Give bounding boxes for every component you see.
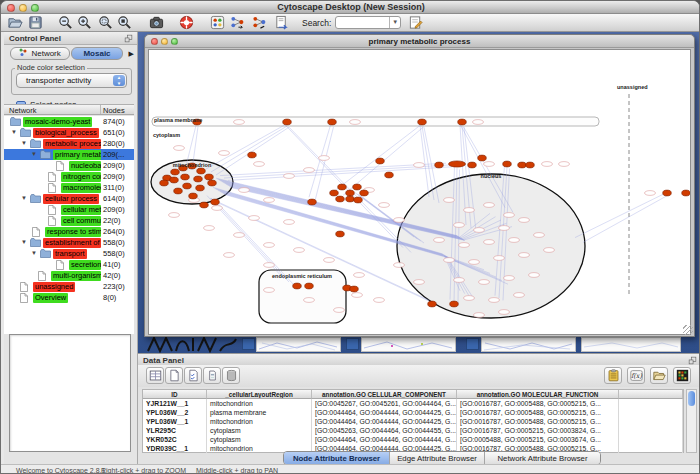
column-header-extra[interactable] xyxy=(619,390,683,399)
graph-node xyxy=(682,190,690,196)
table-row[interactable]: YPL036W__2plasma membrane[GO:0044464, GO… xyxy=(143,408,683,417)
tab-network-attribute-browser[interactable]: Network Attribute Browser xyxy=(485,452,600,464)
zoom-in-button[interactable] xyxy=(76,15,93,31)
table-row[interactable]: YPL036W__1mitochondrion[GO:0044464, GO:0… xyxy=(143,417,683,426)
save-session-button[interactable] xyxy=(27,15,44,31)
disclosure-triangle-icon[interactable]: ▼ xyxy=(21,237,27,248)
select-first-neighbors-button[interactable] xyxy=(229,15,246,31)
tree-row-biological-process[interactable]: ▼biological_process651(0) xyxy=(4,127,134,138)
tree-row-macromolecule[interactable]: macromolecule311(0) xyxy=(4,182,134,193)
column-header-_cellularLayoutRegion[interactable]: _cellularLayoutRegion xyxy=(207,390,312,399)
node-label-pill xyxy=(319,156,330,161)
disclosure-triangle-icon[interactable]: ▼ xyxy=(11,127,17,138)
column-header-annotation.GO CELLULAR_COMPONENT[interactable]: annotation.GO CELLULAR_COMPONENT xyxy=(312,390,457,399)
attribute-check-icon xyxy=(187,369,200,382)
attribute-table: ID_cellularLayoutRegionannotation.GO CEL… xyxy=(142,389,684,453)
tree-row-secretion[interactable]: secretion41(0) xyxy=(4,259,134,270)
disclosure-triangle-icon[interactable]: ▼ xyxy=(21,193,27,204)
column-header-annotation.GO MOLECULAR_FUNCTION[interactable]: annotation.GO MOLECULAR_FUNCTION xyxy=(457,390,619,399)
save-session-icon xyxy=(28,15,43,30)
background-window-thumbnail[interactable] xyxy=(361,337,456,352)
node-label-pill xyxy=(254,162,265,167)
attribute-select-button[interactable] xyxy=(146,367,164,384)
table-cell: [GO:0045263, GO:0044464, GO:0044455, G..… xyxy=(312,426,457,435)
birds-eye-view[interactable] xyxy=(9,334,131,452)
node-label-pill xyxy=(212,206,223,211)
tree-row-establishment-of-lo[interactable]: ▼establishment of lo558(0) xyxy=(4,237,134,248)
node-label-pill xyxy=(174,146,185,151)
tree-row-response-to-stimulu[interactable]: response to stimulu264(0) xyxy=(4,226,134,237)
notes-button[interactable] xyxy=(604,367,622,384)
tree-row-unassigned[interactable]: unassigned223(0) xyxy=(4,281,134,292)
disclosure-triangle-icon[interactable]: ▼ xyxy=(31,248,37,259)
table-cell xyxy=(619,417,683,426)
tab-overflow-arrow[interactable]: ▶ xyxy=(129,50,134,58)
node-label-pill xyxy=(479,280,490,285)
table-row[interactable]: YLR295Ccytoplasm[GO:0045263, GO:0044464,… xyxy=(143,426,683,435)
tree-row-multi-organism-pro[interactable]: multi-organism pro42(0) xyxy=(4,270,134,281)
attribute-check-button[interactable] xyxy=(184,367,202,384)
notes-icon xyxy=(607,369,620,382)
matrix-view-button[interactable] xyxy=(673,367,691,384)
tree-row-transport[interactable]: ▼transport558(0) xyxy=(4,248,134,259)
background-window-thumbnail[interactable] xyxy=(256,337,341,352)
column-header-ID[interactable]: ID xyxy=(143,390,207,399)
vizmapper-button[interactable] xyxy=(209,15,226,31)
annotation-button[interactable] xyxy=(407,15,424,31)
tree-row-mosaic-demo-yeast[interactable]: mosaic-demo-yeast874(0) xyxy=(4,116,134,127)
network-window-title: primary metabolic process xyxy=(145,37,694,46)
table-cell xyxy=(619,444,683,453)
node-color-dropdown[interactable]: transporter activity ▲▼ xyxy=(16,73,127,88)
tree-row-primary-metabolic[interactable]: ▼primary metabolic209(... xyxy=(4,149,134,160)
open-session-button[interactable] xyxy=(7,15,24,31)
graph-node xyxy=(418,119,427,125)
table-row[interactable]: YJR121W__1mitochondrion[GO:0045267, GO:0… xyxy=(143,399,683,408)
table-scrollbar[interactable] xyxy=(686,389,697,453)
resize-grip[interactable] xyxy=(683,325,693,335)
tree-row-cell-communicat[interactable]: cell communicat22(0) xyxy=(4,215,134,226)
tab-edge-attribute-browser[interactable]: Edge Attribute Browser xyxy=(390,452,485,464)
disclosure-triangle-icon[interactable]: ▼ xyxy=(31,149,37,160)
network-desktop: primary metabolic process plasma membran… xyxy=(138,32,700,353)
table-row[interactable]: YKR052Ccytoplasm[GO:0044464, GO:0044446,… xyxy=(143,435,683,444)
function-builder-button[interactable] xyxy=(627,367,645,384)
control-panel-header: Control Panel xyxy=(4,32,137,45)
scrollbar-thumb[interactable] xyxy=(688,391,695,406)
export-snapshot-button[interactable] xyxy=(148,15,165,31)
background-window-thumbnail[interactable] xyxy=(581,337,681,352)
tree-row-cellular-metabol[interactable]: cellular metabol209(0) xyxy=(4,204,134,215)
tree-row-nitrogen-compo[interactable]: nitrogen compo209(0) xyxy=(4,171,134,182)
zoom-out-button[interactable] xyxy=(57,15,74,31)
chevron-down-icon[interactable]: ▼ xyxy=(389,17,400,28)
window-titlebar[interactable]: Cytoscape Desktop (New Session) xyxy=(1,1,700,14)
tree-row-overview[interactable]: Overview8(0) xyxy=(4,292,134,303)
hide-selected-button[interactable] xyxy=(251,15,268,31)
network-canvas[interactable]: plasma membranecytoplasmunassignedmitoch… xyxy=(148,49,691,335)
attribute-delete-button[interactable] xyxy=(222,367,240,384)
tree-row-cellular-process[interactable]: ▼cellular process614(0) xyxy=(4,193,134,204)
tab-mosaic[interactable]: Mosaic xyxy=(71,47,123,60)
tree-row-nucleobase-[interactable]: nucleobase-209(0) xyxy=(4,160,134,171)
background-window-thumbnail[interactable] xyxy=(481,337,576,352)
zoom-selected-button[interactable] xyxy=(97,15,114,31)
attribute-compact-button[interactable] xyxy=(203,367,221,384)
import-attributes-button[interactable] xyxy=(650,367,668,384)
tree-row-metabolic-process[interactable]: ▼metabolic process280(0) xyxy=(4,138,134,149)
help-button[interactable] xyxy=(178,15,195,31)
graph-node xyxy=(211,199,220,205)
node-label-pill xyxy=(464,208,475,213)
disclosure-triangle-icon[interactable]: ▼ xyxy=(21,138,27,149)
zoom-fit-button[interactable] xyxy=(116,15,133,31)
tab-node-attribute-browser[interactable]: Node Attribute Browser xyxy=(284,452,390,464)
tree-item-count: 874(0) xyxy=(103,116,125,127)
table-cell: YPL036W__2 xyxy=(143,408,207,417)
search-input[interactable]: ▼ xyxy=(335,16,401,29)
dropdown-stepper-icon[interactable]: ▲▼ xyxy=(113,75,125,86)
network-window-titlebar[interactable]: primary metabolic process xyxy=(145,35,694,48)
table-cell: [GO:0016787, GO:0005215, GO:0003824, G..… xyxy=(457,426,619,435)
data-panel: Data Panel ID_cellularLayoutRegionannota… xyxy=(138,353,700,464)
node-label-pill xyxy=(304,298,315,303)
attribute-new-button[interactable] xyxy=(165,367,183,384)
tab-network[interactable]: Network xyxy=(10,47,70,60)
new-network-view-button[interactable] xyxy=(273,15,290,31)
